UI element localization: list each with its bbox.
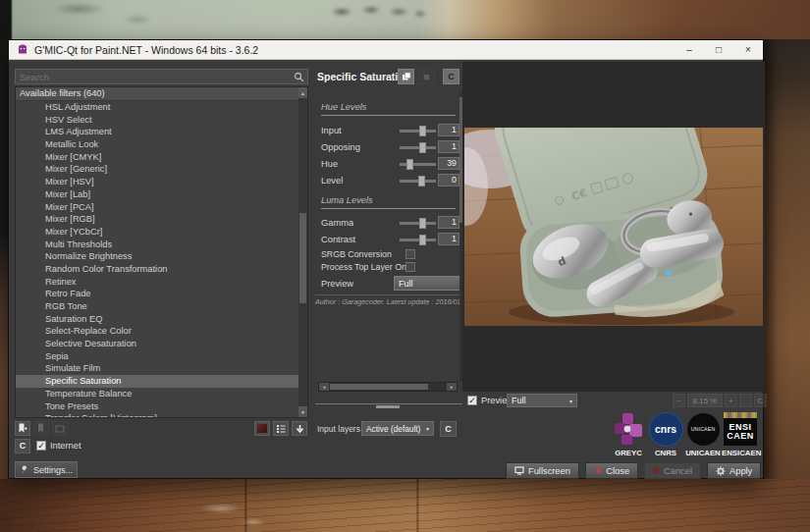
list-view-button[interactable] <box>273 421 289 436</box>
slider-handle[interactable] <box>419 142 426 153</box>
filter-tree-item[interactable]: RGB Tone <box>16 300 298 313</box>
cancel-button[interactable]: Cancel <box>644 462 701 479</box>
hscrollbar-thumb[interactable] <box>330 384 428 390</box>
ensicaen-logo: ENSI CAEN ENSICAEN <box>722 411 759 457</box>
slider-label: Input <box>321 126 342 135</box>
tree-scrollbar[interactable]: ▲ ▼ <box>298 87 307 417</box>
filter-tree-item-label: Temperature Balance <box>45 389 132 399</box>
contrast-value-box[interactable]: 1 <box>438 233 459 245</box>
preview-mode-dropdown[interactable]: Full ▾ <box>507 394 577 407</box>
filter-tree-item[interactable]: Retinex <box>16 276 298 289</box>
hue-slider[interactable] <box>400 163 436 166</box>
update-filters-button[interactable]: C <box>15 439 30 453</box>
filter-tree-item[interactable]: Specific Saturation <box>16 375 298 388</box>
slider-handle[interactable] <box>419 235 426 245</box>
filter-tree-item[interactable]: Select-Replace Color <box>16 325 298 338</box>
close-button[interactable]: ✕ Close <box>585 462 638 479</box>
tree-scrollbar-thumb[interactable] <box>299 213 306 303</box>
filter-tree-item[interactable]: Random Color Transformation <box>16 263 298 276</box>
filter-tree-item[interactable]: Retro Fade <box>16 288 298 300</box>
filter-tree-item[interactable]: Selective Desaturation <box>16 338 298 350</box>
titlebar[interactable]: G'MIC-Qt for Paint.NET - Windows 64 bits… <box>9 40 763 60</box>
filter-tree-root[interactable]: Available filters (640) <box>16 87 307 101</box>
internet-checkbox[interactable]: ✓ <box>36 441 46 451</box>
fave-rename-button[interactable] <box>52 421 68 436</box>
reset-input-layers-button[interactable]: C <box>440 421 457 437</box>
level-slider[interactable] <box>400 180 436 183</box>
filter-tree-item[interactable]: Mixer [PCA] <box>16 201 298 214</box>
scroll-left-icon[interactable]: ◂ <box>319 383 329 391</box>
filter-tree-item-label: Saturation EQ <box>45 314 102 324</box>
copy-command-button[interactable] <box>398 69 414 84</box>
filter-tree-item[interactable]: HSL Adjustment <box>16 101 298 114</box>
cnrs-logo: cnrs CNRS <box>647 411 684 457</box>
zoom-value[interactable]: 8.15 % <box>687 394 723 407</box>
minimize-button[interactable]: – <box>675 40 704 59</box>
scroll-to-selected-button[interactable] <box>292 421 307 436</box>
fullscreen-button[interactable]: Fullscreen <box>506 462 579 479</box>
filter-tree-item[interactable]: Metallic Look <box>16 138 298 151</box>
filter-tree-item-label: Retinex <box>45 277 77 287</box>
process-top-layer-checkbox[interactable] <box>405 262 415 272</box>
filter-tree-item[interactable]: Saturation EQ <box>16 313 298 326</box>
search-input[interactable] <box>16 72 294 82</box>
filter-tree-item[interactable]: Tone Presets <box>16 400 298 413</box>
scroll-down-icon[interactable]: ▼ <box>298 406 307 417</box>
filter-title: Specific Saturation <box>317 71 410 82</box>
input-layers-dropdown[interactable]: Active (default) ▾ <box>361 421 434 436</box>
zoom-fit-button[interactable] <box>739 394 752 407</box>
fave-remove-button[interactable] <box>33 421 49 436</box>
close-window-button[interactable]: × <box>733 40 763 59</box>
srgb-conversion-row: SRGB Conversion <box>321 248 460 261</box>
reset-parameters-button[interactable]: C <box>443 69 459 84</box>
slider-handle[interactable] <box>419 218 426 229</box>
settings-button[interactable]: Settings... <box>15 461 78 478</box>
filter-tree-item[interactable]: Mixer [Generic] <box>16 163 298 176</box>
input-value-box[interactable]: 1 <box>438 124 459 136</box>
zoom-in-button[interactable]: + <box>725 394 737 407</box>
slider-handle[interactable] <box>419 126 426 136</box>
srgb-conversion-checkbox[interactable] <box>405 249 415 259</box>
filter-tree-item[interactable]: Mixer [RGB] <box>16 213 298 226</box>
filter-tree-item[interactable]: Temperature Balance <box>16 388 298 400</box>
apply-button[interactable]: Apply <box>707 462 761 479</box>
reset-zoom-button[interactable]: C <box>754 394 767 407</box>
scroll-right-icon[interactable]: ▸ <box>447 383 457 391</box>
filter-tree-item[interactable]: Mixer [CMYK] <box>16 151 298 164</box>
filter-tree-item-label: Multi Thresholds <box>45 239 112 249</box>
filter-tree-item[interactable]: Simulate Film <box>16 362 298 375</box>
zoom-out-button[interactable]: − <box>673 394 685 407</box>
filter-tree-item[interactable]: Mixer [HSV] <box>16 176 298 188</box>
level-value-box[interactable]: 0 <box>438 174 459 186</box>
filter-tree: Available filters (640) HSL Adjustment H… <box>15 86 308 418</box>
preview-image[interactable]: C€ d <box>464 128 763 326</box>
splitter-grip[interactable] <box>376 405 400 408</box>
filter-tree-item[interactable]: Transfer Colors [Histogram] <box>16 412 298 417</box>
slider-handle[interactable] <box>418 176 425 186</box>
filter-tree-item[interactable]: Mixer [Lab] <box>16 188 298 201</box>
author-rule <box>315 294 462 295</box>
opposing-value-box[interactable]: 1 <box>438 140 459 153</box>
filter-tree-item[interactable]: Multi Thresholds <box>16 239 298 251</box>
filter-tree-item[interactable]: Sepia <box>16 350 298 363</box>
filter-tree-item[interactable]: LMS Adjustment <box>16 126 298 138</box>
parameters-hscrollbar[interactable]: ◂ ▸ <box>318 382 458 392</box>
input-slider[interactable] <box>400 130 436 133</box>
contrast-slider[interactable] <box>400 239 436 241</box>
scroll-up-icon[interactable]: ▲ <box>298 87 307 98</box>
opposing-slider[interactable] <box>400 146 436 149</box>
fave-add-button[interactable] <box>15 421 30 436</box>
filter-tree-item[interactable]: Mixer [YCbCr] <box>16 226 298 239</box>
gamma-slider[interactable] <box>400 222 436 225</box>
preview-checkbox[interactable]: ✓ <box>467 396 477 405</box>
fave-star-button[interactable] <box>418 69 435 84</box>
filter-preview-dropdown[interactable]: Full <box>394 276 460 291</box>
palette-button[interactable] <box>254 421 270 436</box>
gamma-value-box[interactable]: 1 <box>438 216 459 229</box>
filter-tree-item[interactable]: Normalize Brightness <box>16 250 298 263</box>
hue-value-box[interactable]: 39 <box>438 157 459 170</box>
filter-tree-item[interactable]: HSV Select <box>16 114 298 127</box>
zoom-bar: − 8.15 % + C <box>673 394 767 407</box>
slider-handle[interactable] <box>406 159 413 170</box>
maximize-button[interactable]: □ <box>704 40 733 59</box>
